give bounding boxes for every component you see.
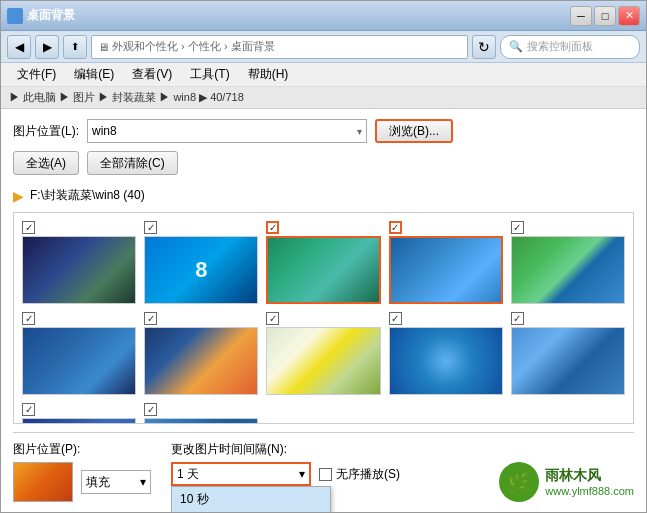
thumbnail-checkbox[interactable]: ✓ <box>266 312 279 325</box>
select-all-button[interactable]: 全选(A) <box>13 151 79 175</box>
thumbnail-checkbox[interactable]: ✓ <box>266 221 279 234</box>
thumbnail-checkbox[interactable]: ✓ <box>144 403 157 416</box>
list-item: ✓ <box>144 403 258 424</box>
browse-button[interactable]: 浏览(B)... <box>375 119 453 143</box>
thumbnail-image[interactable] <box>22 236 136 304</box>
interval-select-wrapper: 1 天 ▾ 10 秒 30 秒 1 分钟 3 分钟 5 分钟 <box>171 462 311 486</box>
menu-bar: 文件(F) 编辑(E) 查看(V) 工具(T) 帮助(H) <box>1 63 646 87</box>
menu-help[interactable]: 帮助(H) <box>240 64 297 85</box>
search-icon: 🔍 <box>509 40 523 53</box>
interval-dropdown: 10 秒 30 秒 1 分钟 3 分钟 5 分钟 <box>171 486 331 512</box>
bottom-section: 图片位置(P): 填充 ▾ 更改图片时间间隔(N): 1 天 ▾ <box>13 432 634 502</box>
refresh-button[interactable]: ↻ <box>472 35 496 59</box>
list-item: ✓ <box>511 221 625 304</box>
menu-edit[interactable]: 编辑(E) <box>66 64 122 85</box>
thumbnail-image[interactable] <box>266 236 380 304</box>
window-icon <box>7 8 23 24</box>
forward-button[interactable]: ▶ <box>35 35 59 59</box>
select-arrow-icon: ▾ <box>357 126 362 137</box>
window-title: 桌面背景 <box>27 7 75 24</box>
window: 桌面背景 ─ □ ✕ ◀ ▶ ⬆ 🖥 外观和个性化 › 个性化 › 桌面背景 ↻… <box>0 0 647 513</box>
address-text: 外观和个性化 › 个性化 › 桌面背景 <box>112 39 275 54</box>
menu-tools[interactable]: 工具(T) <box>182 64 237 85</box>
shuffle-checkbox[interactable] <box>319 468 332 481</box>
thumbnail-checkbox[interactable]: ✓ <box>389 312 402 325</box>
interval-arrow-icon: ▾ <box>299 467 305 481</box>
thumbnail-checkbox[interactable]: ✓ <box>511 221 524 234</box>
up-button[interactable]: ⬆ <box>63 35 87 59</box>
thumbnail-image[interactable] <box>144 418 258 424</box>
thumbnail-image[interactable] <box>511 236 625 304</box>
thumbnail-image[interactable]: 8 <box>144 236 258 304</box>
thumbnail-image[interactable] <box>144 327 258 395</box>
title-bar: 桌面背景 ─ □ ✕ <box>1 1 646 31</box>
list-item: ✓ <box>22 312 136 395</box>
minimize-button[interactable]: ─ <box>570 6 592 26</box>
menu-view[interactable]: 查看(V) <box>124 64 180 85</box>
select-row: 全选(A) 全部清除(C) <box>13 151 634 175</box>
close-button[interactable]: ✕ <box>618 6 640 26</box>
back-button[interactable]: ◀ <box>7 35 31 59</box>
folder-name: F:\封装蔬菜\win8 (40) <box>30 187 145 204</box>
thumbnail-checkbox[interactable]: ✓ <box>22 403 35 416</box>
thumbnail-checkbox[interactable]: ✓ <box>511 312 524 325</box>
list-item: ✓ <box>389 312 503 395</box>
address-path-icon: 🖥 <box>98 41 109 53</box>
list-item: ✓ <box>22 221 136 304</box>
thumbnail-image[interactable] <box>389 236 503 304</box>
interval-value: 1 天 <box>177 466 199 483</box>
position-label: 图片位置(P): <box>13 441 151 458</box>
picture-location-label: 图片位置(L): <box>13 123 79 140</box>
list-item: ✓ <box>144 312 258 395</box>
folder-header: ▶ F:\封装蔬菜\win8 (40) <box>13 187 634 204</box>
shuffle-row: 无序播放(S) <box>319 466 400 483</box>
list-item: ✓ <box>389 221 503 304</box>
watermark-brand: 雨林木风 <box>545 467 634 485</box>
thumbnail-checkbox[interactable]: ✓ <box>144 312 157 325</box>
preview-row: 填充 ▾ <box>13 462 151 502</box>
fit-value: 填充 <box>86 474 110 491</box>
thumbnail-image[interactable] <box>22 418 136 424</box>
shuffle-label: 无序播放(S) <box>336 466 400 483</box>
search-placeholder: 搜索控制面板 <box>527 39 593 54</box>
watermark-url: www.ylmf888.com <box>545 485 634 497</box>
thumbnail-image[interactable] <box>266 327 380 395</box>
thumbnail-checkbox[interactable]: ✓ <box>144 221 157 234</box>
picture-location-value: win8 <box>92 124 117 138</box>
thumbnail-image[interactable] <box>389 327 503 395</box>
interval-label: 更改图片时间间隔(N): <box>171 441 634 458</box>
list-item: ✓ <box>511 312 625 395</box>
thumbnail-image[interactable] <box>511 327 625 395</box>
search-box[interactable]: 🔍 搜索控制面板 <box>500 35 640 59</box>
title-bar-left: 桌面背景 <box>7 7 75 24</box>
thumbnails-grid: ✓ ✓ 8 ✓ ✓ <box>22 221 625 424</box>
thumbnails-container[interactable]: ✓ ✓ 8 ✓ ✓ <box>13 212 634 424</box>
list-item: ✓ <box>266 221 380 304</box>
watermark-logo: 🌿 <box>499 462 539 502</box>
address-path[interactable]: 🖥 外观和个性化 › 个性化 › 桌面背景 <box>91 35 468 59</box>
watermark-text-block: 雨林木风 www.ylmf888.com <box>545 467 634 497</box>
maximize-button[interactable]: □ <box>594 6 616 26</box>
menu-file[interactable]: 文件(F) <box>9 64 64 85</box>
dropdown-item[interactable]: 10 秒 <box>172 487 330 512</box>
thumbnail-checkbox[interactable]: ✓ <box>22 221 35 234</box>
thumbnail-image[interactable] <box>22 327 136 395</box>
folder-icon: ▶ <box>13 188 24 204</box>
clear-all-button[interactable]: 全部清除(C) <box>87 151 178 175</box>
watermark: 🌿 雨林木风 www.ylmf888.com <box>499 462 634 502</box>
preview-thumbnail <box>13 462 73 502</box>
thumbnail-checkbox[interactable]: ✓ <box>22 312 35 325</box>
fit-arrow-icon: ▾ <box>140 475 146 489</box>
title-bar-buttons: ─ □ ✕ <box>570 6 640 26</box>
picture-location-select[interactable]: win8 ▾ <box>87 119 367 143</box>
interval-select[interactable]: 1 天 ▾ <box>171 462 311 486</box>
bottom-left: 图片位置(P): 填充 ▾ <box>13 441 151 502</box>
fit-select[interactable]: 填充 ▾ <box>81 470 151 494</box>
list-item: ✓ <box>22 403 136 424</box>
breadcrumb-bar: ▶ 此电脑 ▶ 图片 ▶ 封装蔬菜 ▶ win8 ▶ 40/718 <box>1 87 646 109</box>
breadcrumb-text: ▶ 此电脑 ▶ 图片 ▶ 封装蔬菜 ▶ win8 ▶ 40/718 <box>9 90 244 105</box>
thumbnail-checkbox[interactable]: ✓ <box>389 221 402 234</box>
picture-location-row: 图片位置(L): win8 ▾ 浏览(B)... <box>13 119 634 143</box>
main-content: 图片位置(L): win8 ▾ 浏览(B)... 全选(A) 全部清除(C) ▶… <box>1 109 646 512</box>
watermark-icon: 🌿 <box>507 470 532 494</box>
